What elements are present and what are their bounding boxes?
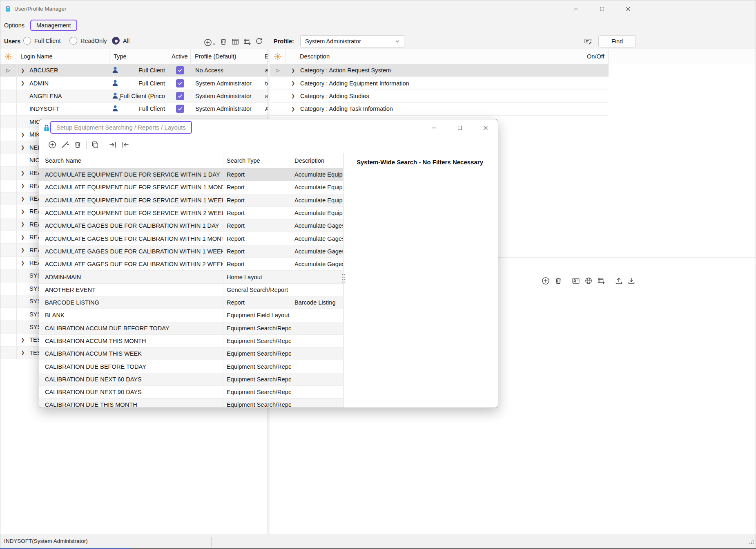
grid-add-button[interactable]: [243, 37, 251, 47]
download-button[interactable]: [627, 276, 636, 286]
splitter-grip[interactable]: [341, 273, 346, 286]
user-profile-manager-app: { "window": { "title": "User/Profile Man…: [0, 0, 756, 549]
radio-full-client[interactable]: Full Client: [23, 37, 60, 45]
user-row[interactable]: ❯ ADMIN Full Client System Administrator…: [0, 77, 268, 90]
search-row[interactable]: BLANK Equipment Field Layout: [39, 309, 343, 322]
edit-card-button[interactable]: [584, 37, 592, 45]
export-layout-button[interactable]: [121, 140, 129, 150]
expand-chevron-icon[interactable]: ❯: [291, 107, 296, 111]
permission-category-row[interactable]: ❯ Category : Adding Task Information: [270, 103, 609, 115]
search-row[interactable]: ADMIN-MAIN Home Layout: [39, 271, 343, 283]
column-header-search-name[interactable]: Search Name: [39, 153, 223, 168]
globe-icon: [584, 277, 593, 285]
minimize-button[interactable]: [567, 0, 585, 18]
column-header-login-name[interactable]: Login Name: [16, 49, 109, 64]
dialog-minimize-button[interactable]: [425, 120, 443, 136]
active-checkbox[interactable]: [176, 66, 184, 74]
column-header-search-type[interactable]: Search Type: [223, 153, 291, 168]
dialog-close-button[interactable]: [477, 120, 495, 136]
expand-chevron-icon[interactable]: ❯: [21, 145, 26, 150]
search-row[interactable]: CALIBRATION ACCUM THIS MONTH Equipment S…: [39, 335, 343, 347]
search-row[interactable]: CALIBRATION DUE THIS MONTH Equipment Sea…: [39, 399, 343, 408]
add-user-button[interactable]: [204, 37, 216, 47]
row-indicator: [0, 116, 17, 128]
delete-button[interactable]: [554, 276, 562, 286]
search-row[interactable]: ACCUMULATE GAGES DUE FOR CALIBRATION WIT…: [39, 220, 343, 232]
search-row[interactable]: CALIBRATION ACCUM DUE BEFORE TODAY Equip…: [39, 322, 343, 335]
search-row[interactable]: CALIBRATION DUE NEXT 90 DAYS Equipment S…: [39, 386, 343, 399]
copy-button[interactable]: [91, 140, 99, 150]
expand-chevron-icon[interactable]: ❯: [21, 261, 26, 265]
expand-chevron-icon[interactable]: ❯: [21, 338, 26, 342]
active-checkbox[interactable]: [176, 105, 184, 113]
wand-button[interactable]: [61, 140, 69, 150]
search-row[interactable]: BARCODE LISTING Report Barcode Listing: [39, 296, 343, 309]
search-row[interactable]: CALIBRATION ACCUM THIS WEEK Equipment Se…: [39, 347, 343, 360]
expand-chevron-icon[interactable]: ❯: [21, 68, 26, 73]
close-button[interactable]: [619, 0, 637, 18]
search-row[interactable]: ACCUMULATE EQUIPMENT DUE FOR SERVICE WIT…: [39, 207, 343, 220]
expand-chevron-icon[interactable]: ❯: [291, 68, 296, 73]
login-name: INDYSOFT: [29, 105, 60, 112]
expand-chevron-icon[interactable]: ❯: [21, 81, 26, 85]
profile-dropdown[interactable]: System Administrator: [300, 35, 404, 47]
delete-search-button[interactable]: [74, 140, 82, 150]
search-row[interactable]: ACCUMULATE EQUIPMENT DUE FOR SERVICE WIT…: [39, 168, 343, 181]
expand-chevron-icon[interactable]: ❯: [21, 132, 26, 137]
menu-management[interactable]: Management: [30, 20, 77, 31]
permission-category-row[interactable]: ▷ ❯ Category : Action Request System: [270, 64, 609, 77]
permission-category-row[interactable]: ❯ Category : Adding Studies: [270, 90, 609, 103]
find-button[interactable]: Find: [598, 35, 636, 47]
id-card-button[interactable]: [572, 276, 580, 286]
search-row[interactable]: CALIBRATION DUE BEFORE TODAY Equipment S…: [39, 360, 343, 373]
grid-add-button[interactable]: [597, 276, 605, 286]
search-row[interactable]: ACCUMULATE EQUIPMENT DUE FOR SERVICE WIT…: [39, 194, 343, 207]
expand-chevron-icon[interactable]: ❯: [21, 350, 26, 355]
resize-grip[interactable]: [749, 539, 754, 547]
column-header-active[interactable]: Active: [168, 49, 191, 64]
permission-category-row[interactable]: ❯ Category : Adding Equipment Informatio…: [270, 77, 609, 90]
search-row[interactable]: ANOTHER EVENT General Search/Report: [39, 284, 343, 296]
grid-settings-button[interactable]: [0, 49, 16, 64]
search-row[interactable]: ACCUMULATE GAGES DUE FOR CALIBRATION WIT…: [39, 245, 343, 258]
maximize-button[interactable]: [593, 0, 611, 18]
grid-settings-button[interactable]: [270, 49, 286, 64]
column-header-description[interactable]: Description: [286, 49, 583, 64]
column-header-email[interactable]: Em: [262, 49, 268, 64]
expand-chevron-icon[interactable]: ❯: [291, 81, 296, 85]
user-row[interactable]: INDYSOFT Full Client System Administrato…: [0, 103, 268, 115]
expand-chevron-icon[interactable]: ❯: [21, 235, 26, 240]
expand-chevron-icon[interactable]: ❯: [21, 209, 26, 214]
column-header-type[interactable]: Type: [109, 49, 168, 64]
expand-chevron-icon[interactable]: ❯: [21, 171, 26, 175]
upload-button[interactable]: [615, 276, 623, 286]
user-row[interactable]: ▷ ❯ ABCUSER Full Client No Access ab: [0, 64, 268, 77]
search-row[interactable]: ACCUMULATE GAGES DUE FOR CALIBRATION WIT…: [39, 232, 343, 245]
expand-chevron-icon[interactable]: ❯: [21, 184, 26, 188]
column-header-profile[interactable]: Profile (Default): [191, 49, 262, 64]
expand-chevron-icon[interactable]: ❯: [21, 248, 26, 252]
add-search-button[interactable]: [48, 140, 56, 150]
active-checkbox[interactable]: [176, 79, 184, 87]
radio-all[interactable]: All: [112, 37, 129, 45]
search-row[interactable]: CALIBRATION DUE NEXT 60 DAYS Equipment S…: [39, 373, 343, 386]
expand-chevron-icon[interactable]: ❯: [21, 222, 26, 226]
import-layout-button[interactable]: [109, 140, 117, 150]
globe-button[interactable]: [584, 276, 593, 286]
search-row[interactable]: ACCUMULATE GAGES DUE FOR CALIBRATION WIT…: [39, 258, 343, 271]
refresh-button[interactable]: [255, 37, 263, 47]
radio-readonly[interactable]: ReadOnly: [69, 37, 107, 45]
delete-user-button[interactable]: [219, 37, 227, 47]
search-row[interactable]: ACCUMULATE EQUIPMENT DUE FOR SERVICE WIT…: [39, 181, 343, 194]
header-filler: [609, 49, 756, 64]
user-row[interactable]: ANGELENA Full Client (Pinco System Admin…: [0, 90, 268, 103]
column-chooser-button[interactable]: [231, 37, 239, 47]
dialog-maximize-button[interactable]: [451, 120, 469, 136]
expand-chevron-icon[interactable]: ❯: [291, 94, 296, 98]
column-header-description[interactable]: Description: [291, 153, 343, 168]
expand-chevron-icon[interactable]: ❯: [21, 197, 26, 201]
menu-options[interactable]: Options: [4, 22, 25, 29]
column-header-onoff[interactable]: On/Off: [583, 49, 609, 64]
add-button[interactable]: [542, 276, 550, 286]
active-checkbox[interactable]: [176, 92, 184, 100]
